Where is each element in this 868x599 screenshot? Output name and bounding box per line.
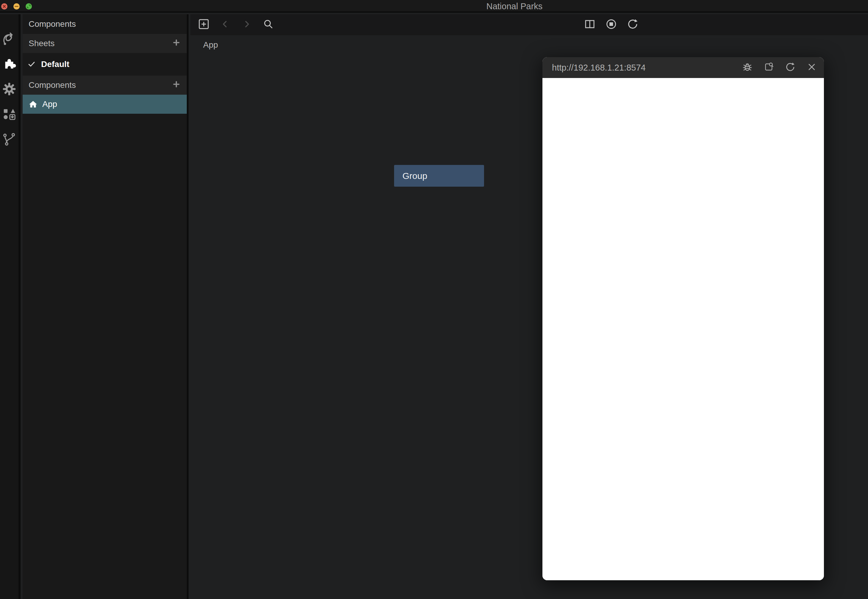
- activity-item-version-control[interactable]: [2, 133, 16, 146]
- close-preview-button[interactable]: [807, 63, 817, 73]
- assets-icon: [2, 107, 16, 122]
- settings-icon: [2, 82, 16, 97]
- app-window: National Parks: [0, 0, 868, 599]
- window-title: National Parks: [487, 0, 543, 13]
- add-node-icon: [198, 18, 209, 31]
- add-component-button[interactable]: [172, 81, 180, 89]
- sheets-section-header: Sheets: [23, 34, 187, 53]
- node-label: Group: [402, 171, 427, 181]
- preview-url-field[interactable]: http://192.168.1.21:8574: [552, 63, 645, 73]
- sheet-item-label: Default: [41, 60, 69, 69]
- forward-button[interactable]: [241, 19, 252, 30]
- back-button[interactable]: [220, 19, 231, 30]
- components-icon: [2, 57, 16, 72]
- debug-button[interactable]: [742, 63, 752, 73]
- preview-header: http://192.168.1.21:8574: [542, 57, 824, 78]
- close-window-button[interactable]: [1, 3, 8, 9]
- home-icon: [28, 100, 38, 109]
- node-canvas[interactable]: App Group http://192.168.1.21:8574: [190, 14, 868, 599]
- preview-controls: [584, 14, 638, 35]
- activity-item-assets[interactable]: [2, 108, 16, 122]
- minimize-window-button[interactable]: [14, 3, 20, 9]
- refresh-icon: [627, 18, 638, 31]
- search-icon: [262, 18, 274, 31]
- reload-button[interactable]: [785, 63, 795, 73]
- close-icon: [807, 62, 817, 73]
- maximize-window-button[interactable]: [26, 3, 32, 9]
- search-button[interactable]: [262, 19, 274, 30]
- back-icon: [220, 18, 231, 31]
- version-control-icon: [2, 132, 16, 147]
- components-section-header: Components: [23, 75, 187, 95]
- component-item-label: App: [42, 99, 57, 109]
- components-section-label: Components: [29, 80, 76, 90]
- minimize-icon: [14, 3, 20, 9]
- preview-viewport[interactable]: [542, 78, 824, 580]
- window-controls: [1, 0, 32, 13]
- split-view-button[interactable]: [584, 19, 595, 30]
- canvas-toolbar: [190, 14, 868, 35]
- preview-window: http://192.168.1.21:8574: [542, 57, 824, 580]
- preview-actions: [742, 63, 817, 73]
- refresh-button[interactable]: [627, 19, 638, 30]
- titlebar: National Parks: [0, 0, 868, 13]
- breadcrumb[interactable]: App: [203, 35, 218, 55]
- activity-item-node-graph[interactable]: [2, 33, 16, 47]
- close-icon: [1, 3, 8, 9]
- sheets-section-label: Sheets: [29, 39, 54, 48]
- stop-button[interactable]: [606, 19, 617, 30]
- inspect-button[interactable]: [764, 63, 774, 73]
- component-item-app[interactable]: App: [23, 95, 187, 114]
- inspect-icon: [764, 62, 774, 73]
- components-panel-title: Components: [23, 14, 187, 34]
- add-sheet-button[interactable]: [172, 40, 180, 47]
- activity-item-components[interactable]: [2, 58, 16, 71]
- check-icon: [27, 60, 37, 68]
- sheet-item-default[interactable]: Default: [23, 53, 187, 75]
- components-panel: Components Sheets Default Components: [23, 14, 188, 599]
- reload-icon: [785, 62, 795, 73]
- node-graph-icon: [2, 32, 16, 47]
- plus-icon: [172, 39, 180, 48]
- forward-icon: [241, 18, 252, 31]
- maximize-icon: [26, 3, 32, 9]
- activity-bar: [0, 14, 21, 599]
- add-node-button[interactable]: [198, 19, 209, 30]
- split-view-icon: [584, 18, 595, 31]
- stop-icon: [606, 18, 617, 31]
- plus-icon: [172, 80, 180, 90]
- node-group[interactable]: Group: [394, 165, 484, 187]
- activity-item-settings[interactable]: [2, 83, 16, 96]
- debug-icon: [742, 62, 752, 73]
